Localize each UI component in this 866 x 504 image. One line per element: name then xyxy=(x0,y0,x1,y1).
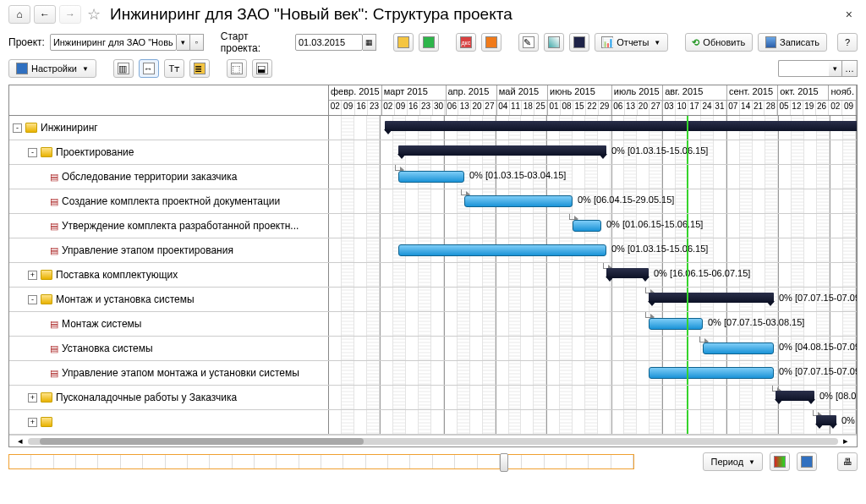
zoom-slider-handle[interactable] xyxy=(500,453,508,472)
month-label: февр. 2015 xyxy=(329,85,381,101)
reports-button[interactable]: 📊 Отчеты ▼ xyxy=(595,33,668,52)
summary-bar[interactable] xyxy=(606,268,649,278)
summary-bar[interactable] xyxy=(398,145,606,156)
task-label-cell[interactable]: -Монтаж и установка системы xyxy=(9,288,329,311)
week-label: 09 xyxy=(395,101,408,115)
task-bar[interactable] xyxy=(703,342,774,354)
print-button[interactable]: 🖶 xyxy=(837,452,858,471)
back-button[interactable]: ← xyxy=(34,5,56,24)
expand-toggle[interactable]: + xyxy=(28,418,37,427)
week-label: 08 xyxy=(561,101,573,115)
page-button[interactable] xyxy=(544,33,564,52)
task-label-cell[interactable]: +Поставка комплектующих xyxy=(9,263,329,287)
summary-bar[interactable] xyxy=(776,391,814,401)
month-label: апр. 2015 xyxy=(447,85,496,101)
gantt-row: -Инжиниринг xyxy=(9,116,857,140)
today-line xyxy=(687,165,688,189)
gantt-row-chart: 0% [01.06.15-15.06.15] xyxy=(329,214,857,238)
chevron-down-icon: ▼ xyxy=(748,458,755,466)
project-combo-open[interactable]: ▫ xyxy=(190,34,204,51)
week-label: 19 xyxy=(803,101,816,115)
task-label-cell[interactable]: ▤Управление этапом монтажа и установки с… xyxy=(9,361,329,385)
collapse-toggle[interactable]: - xyxy=(28,148,37,157)
bar-style-button[interactable] xyxy=(770,452,790,471)
gantt-row: ▤Монтаж системы0% [07.07.15-03.08.15] xyxy=(9,312,857,337)
task-bar[interactable] xyxy=(398,244,606,256)
link-style-button[interactable] xyxy=(797,452,817,471)
task-bar[interactable] xyxy=(398,171,464,183)
green-action-button[interactable] xyxy=(419,33,439,52)
folder-icon xyxy=(41,392,52,403)
month-column: окт. 201505121926 xyxy=(778,85,829,115)
home-button[interactable]: ⌂ xyxy=(8,5,30,24)
task-label-cell[interactable]: -Проектирование xyxy=(9,140,329,164)
project-combo-dropdown[interactable]: ▾ xyxy=(177,34,190,51)
gantt-row: +0% [29.09.15... xyxy=(9,410,857,435)
start-date-picker[interactable]: ▦ xyxy=(363,34,376,51)
week-label: 15 xyxy=(573,101,586,115)
month-label: авг. 2015 xyxy=(663,85,726,101)
open-folder-button[interactable] xyxy=(393,33,414,52)
task-label-cell[interactable]: ▤Обследование территории заказчика xyxy=(9,165,329,189)
collapse-toggle[interactable]: - xyxy=(13,123,22,133)
expand-all-button[interactable]: ⬚ xyxy=(227,59,247,78)
task-label-cell[interactable]: ▤Управление этапом проектирования xyxy=(9,238,329,262)
filter-combo-dropdown[interactable]: ▾ xyxy=(829,60,842,77)
task-name: Управление этапом монтажа и установки си… xyxy=(62,367,299,379)
view-link-button[interactable]: ↔ xyxy=(139,59,159,78)
start-date-input[interactable] xyxy=(295,34,363,51)
task-label-cell[interactable]: ▤Монтаж системы xyxy=(9,312,329,336)
zoom-slider[interactable] xyxy=(8,454,634,469)
filter-ellipsis[interactable]: … xyxy=(842,60,858,77)
month-column: июль 201506132027 xyxy=(612,85,663,115)
week-label: 23 xyxy=(368,101,381,115)
columns-button[interactable]: ▥ xyxy=(113,59,134,78)
expand-toggle[interactable]: + xyxy=(28,393,37,403)
month-label: май 2015 xyxy=(497,85,547,101)
timescale: февр. 201502091623март 20150209162330апр… xyxy=(329,85,857,115)
task-label-cell[interactable]: + xyxy=(9,410,329,434)
task-label-cell[interactable]: +Пусконаладочные работы у Заказчика xyxy=(9,386,329,409)
summary-bar[interactable] xyxy=(385,121,857,131)
save-button[interactable]: Записать xyxy=(758,33,827,52)
stack-button[interactable] xyxy=(569,33,589,52)
task-bar[interactable] xyxy=(649,318,703,330)
settings-button[interactable]: Настройки ▼ xyxy=(8,59,96,78)
task-label-cell[interactable]: -Инжиниринг xyxy=(9,116,329,140)
period-button[interactable]: Период ▼ xyxy=(703,452,763,471)
collapse-all-button[interactable]: ⬓ xyxy=(252,59,272,78)
red-doc-button[interactable]: дкс xyxy=(456,33,476,52)
document-icon: ▤ xyxy=(50,172,58,183)
summary-bar[interactable] xyxy=(816,415,836,425)
chevron-down-icon: ▼ xyxy=(654,39,660,47)
orange-doc-button[interactable] xyxy=(481,33,502,52)
favorite-star-icon[interactable]: ☆ xyxy=(85,5,103,24)
collapse-toggle[interactable]: - xyxy=(28,295,37,304)
text-view-button[interactable]: Tᴛ xyxy=(164,59,184,78)
task-label-cell[interactable]: ▤Установка системы xyxy=(9,337,329,360)
task-label-cell[interactable]: ▤Создание комплекта проектной документац… xyxy=(9,189,329,213)
task-label-cell[interactable]: ▤Утверждение комплекта разработанной про… xyxy=(9,214,329,238)
horizontal-scrollbar[interactable]: ◂▸ xyxy=(9,435,857,446)
month-label: нояб. xyxy=(829,85,856,101)
task-name: Инжиниринг xyxy=(41,122,98,134)
document-icon: ▤ xyxy=(50,368,58,379)
gantt-row-chart: 0% [07.07.15-07.09.15] xyxy=(329,288,857,311)
expand-toggle[interactable]: + xyxy=(28,271,37,280)
edit-button[interactable]: ✎ xyxy=(518,33,539,52)
today-line xyxy=(687,410,688,434)
task-bar[interactable] xyxy=(573,220,601,232)
project-combo[interactable] xyxy=(50,34,177,51)
help-button[interactable]: ? xyxy=(837,33,858,52)
task-name: Монтаж системы xyxy=(62,318,141,330)
close-button[interactable]: × xyxy=(841,8,858,21)
task-bar[interactable] xyxy=(649,367,774,379)
tree-button[interactable]: ≣ xyxy=(189,59,210,78)
settings-icon xyxy=(16,63,28,74)
forward-button[interactable]: → xyxy=(59,5,81,24)
filter-combo[interactable] xyxy=(778,60,829,77)
task-bar[interactable] xyxy=(464,195,573,207)
summary-bar[interactable] xyxy=(649,293,774,303)
refresh-button[interactable]: ⟲ Обновить xyxy=(685,33,753,52)
today-line xyxy=(687,288,688,311)
